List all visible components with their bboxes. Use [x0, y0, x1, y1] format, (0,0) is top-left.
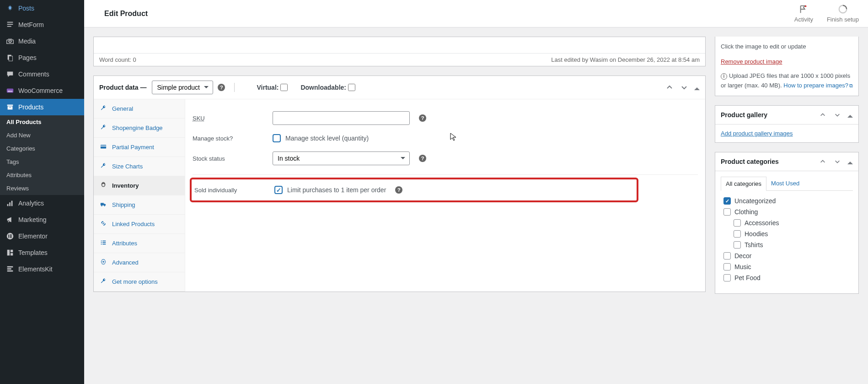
list-icon: [100, 239, 108, 247]
svg-rect-29: [101, 145, 106, 149]
product-data-title: Product data —: [99, 84, 146, 91]
collapse-icon[interactable]: [847, 159, 853, 164]
category-item[interactable]: Clothing: [721, 206, 853, 217]
category-item[interactable]: Music: [721, 261, 853, 272]
chevron-down-icon[interactable]: [680, 83, 689, 92]
svg-point-40: [102, 261, 104, 263]
sidebar-item-pages[interactable]: Pages: [0, 49, 84, 66]
category-checkbox[interactable]: [734, 230, 741, 238]
form-icon: [5, 20, 15, 29]
collapse-icon[interactable]: [847, 112, 853, 118]
tab-linked-products[interactable]: Linked Products: [94, 215, 185, 234]
category-checkbox[interactable]: [734, 241, 741, 249]
manage-stock-label: Manage stock?: [193, 135, 273, 142]
stock-status-select[interactable]: In stock: [273, 151, 410, 165]
tab-shopengine-badge[interactable]: Shopengine Badge: [94, 119, 185, 138]
downloadable-checkbox[interactable]: [348, 84, 355, 91]
sidebar-sub-attributes[interactable]: Attributes: [0, 168, 84, 182]
chevron-down-icon[interactable]: [833, 110, 842, 119]
category-list[interactable]: Uncategorized Clothing Accessories Hoodi…: [721, 191, 853, 288]
sidebar-item-label: Posts: [18, 5, 34, 12]
product-data-header: Product data — Simple product ? Virtual:…: [94, 76, 705, 99]
chevron-up-icon[interactable]: [818, 157, 827, 166]
sidebar-item-products[interactable]: Products: [0, 99, 84, 115]
svg-rect-22: [11, 250, 13, 252]
sidebar-sub-categories[interactable]: Categories: [0, 142, 84, 155]
tab-shipping[interactable]: Shipping: [94, 195, 185, 215]
sidebar-sub-all-products[interactable]: All Products: [0, 115, 84, 129]
category-checkbox[interactable]: [723, 197, 731, 205]
category-label: Hoodies: [745, 230, 768, 238]
sidebar-item-label: Templates: [18, 249, 48, 256]
sidebar-item-woocommerce[interactable]: woo WooCommerce: [0, 82, 84, 99]
tab-label: Linked Products: [112, 221, 155, 227]
product-data-card: Product data — Simple product ? Virtual:…: [93, 76, 706, 292]
category-tab-most-used[interactable]: Most Used: [766, 177, 804, 190]
category-item[interactable]: Uncategorized: [721, 195, 853, 206]
tab-general[interactable]: General: [94, 99, 185, 119]
collapse-icon[interactable]: [694, 85, 700, 90]
category-item[interactable]: Tshirts: [721, 239, 853, 250]
help-icon[interactable]: ?: [419, 114, 426, 122]
sidebar-item-templates[interactable]: Templates: [0, 244, 84, 261]
svg-rect-13: [7, 204, 9, 206]
chevron-up-icon[interactable]: [818, 110, 827, 119]
analytics-icon: [5, 199, 15, 208]
remove-image-link[interactable]: Remove product image: [721, 58, 782, 65]
sidebar-item-posts[interactable]: Posts: [0, 0, 84, 16]
sidebar-item-comments[interactable]: Comments: [0, 66, 84, 82]
product-type-select[interactable]: Simple product: [152, 81, 213, 94]
sidebar-item-metform[interactable]: MetForm: [0, 16, 84, 33]
category-checkbox[interactable]: [734, 219, 741, 227]
category-item[interactable]: Hoodies: [721, 228, 853, 239]
sku-input[interactable]: [273, 111, 410, 125]
megaphone-icon: [5, 215, 15, 224]
category-checkbox[interactable]: [723, 208, 731, 216]
category-checkbox[interactable]: [723, 274, 731, 281]
wrench-icon: [100, 162, 108, 170]
sidebar-item-label: Elementor: [18, 233, 48, 240]
manage-stock-desc: Manage stock level (quantity): [285, 135, 369, 142]
sidebar-item-marketing[interactable]: Marketing: [0, 211, 84, 228]
manage-stock-checkbox[interactable]: [273, 134, 281, 142]
help-icon[interactable]: ?: [419, 155, 426, 162]
add-gallery-images-link[interactable]: Add product gallery images: [721, 130, 793, 137]
activity-button[interactable]: Activity: [794, 4, 813, 23]
help-icon[interactable]: ?: [395, 186, 402, 194]
tab-inventory[interactable]: Inventory: [94, 176, 185, 195]
tab-advanced[interactable]: Advanced: [94, 253, 185, 272]
help-icon[interactable]: ?: [218, 84, 225, 91]
category-checkbox[interactable]: [723, 263, 731, 270]
svg-rect-19: [10, 236, 12, 237]
finish-setup-button[interactable]: Finish setup: [827, 4, 859, 23]
svg-rect-14: [9, 202, 11, 206]
category-item[interactable]: Decor: [721, 250, 853, 261]
virtual-checkbox[interactable]: [280, 84, 288, 91]
sidebar-item-analytics[interactable]: Analytics: [0, 195, 84, 211]
finish-setup-label: Finish setup: [827, 16, 859, 23]
archive-icon: [5, 103, 15, 112]
category-checkbox[interactable]: [723, 252, 731, 260]
tab-partial-payment[interactable]: Partial Payment: [94, 138, 185, 157]
sidebar-sub-reviews[interactable]: Reviews: [0, 182, 84, 195]
svg-rect-17: [8, 234, 9, 238]
link-icon: [100, 220, 108, 228]
truck-icon: [100, 201, 108, 209]
tab-get-more-options[interactable]: Get more options: [94, 272, 185, 292]
chevron-up-icon[interactable]: [665, 83, 674, 92]
sidebar-sub-tags[interactable]: Tags: [0, 155, 84, 168]
sidebar-sub-add-new[interactable]: Add New: [0, 129, 84, 142]
category-item[interactable]: Pet Food: [721, 272, 853, 283]
tab-size-charts[interactable]: Size Charts: [94, 157, 185, 176]
chevron-down-icon[interactable]: [833, 157, 842, 166]
sold-individually-label: Sold individually: [194, 187, 274, 194]
prepare-images-link[interactable]: How to prepare images?: [783, 82, 848, 89]
sidebar-item-media[interactable]: Media: [0, 33, 84, 49]
tab-attributes[interactable]: Attributes: [94, 234, 185, 253]
category-tab-all[interactable]: All categories: [721, 177, 766, 191]
sidebar-item-elementskit[interactable]: ElementsKit: [0, 261, 84, 277]
virtual-label: Virtual:: [257, 84, 279, 91]
category-item[interactable]: Accessories: [721, 217, 853, 228]
sold-individually-checkbox[interactable]: [274, 186, 283, 194]
sidebar-item-elementor[interactable]: Elementor: [0, 228, 84, 244]
